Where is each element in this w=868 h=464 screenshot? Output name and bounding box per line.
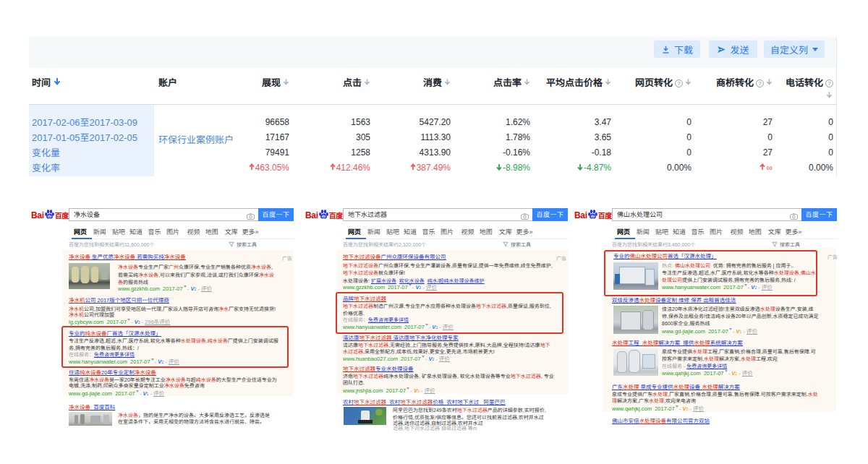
- svg-text:du: du: [47, 215, 51, 218]
- svg-text:du: du: [321, 215, 326, 218]
- svg-text:du: du: [590, 215, 595, 218]
